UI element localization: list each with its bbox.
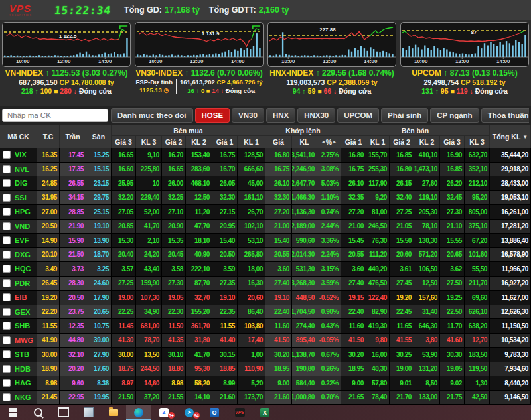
edge-browser-button[interactable]: [126, 405, 151, 420]
row-checkbox[interactable]: [3, 308, 11, 316]
total-volume-header[interactable]: Tổng KL▼: [490, 125, 531, 148]
row-checkbox[interactable]: [3, 208, 11, 216]
ticker-symbol[interactable]: HDB: [15, 365, 31, 373]
dropdown-arrow-icon[interactable]: ▼: [522, 134, 528, 140]
row-checkbox[interactable]: [3, 165, 11, 173]
row-checkbox[interactable]: [3, 179, 11, 187]
zalo-app-button[interactable]: Z5+: [151, 405, 177, 420]
prev-mode-icon[interactable]: ◂: [322, 139, 325, 145]
tab-upcom[interactable]: UPCOM: [337, 108, 379, 123]
table-row-DIG[interactable]: DIG24.8526.5523.1525.951026.00468,1026.0…: [0, 176, 531, 191]
ticker-symbol[interactable]: EVF: [15, 236, 29, 244]
file-explorer-button[interactable]: [101, 405, 126, 420]
tab-hose[interactable]: HOSE: [195, 108, 230, 123]
match-group-col-giá[interactable]: Giá: [266, 136, 292, 148]
next-mode-icon[interactable]: ▸: [333, 139, 336, 145]
sell-group-col-giá1[interactable]: Giá 1: [341, 136, 366, 148]
match-group-col-kl[interactable]: KL: [292, 136, 317, 148]
row-checkbox[interactable]: [3, 322, 11, 330]
ticker-symbol[interactable]: NVL: [15, 165, 29, 173]
task-view-button[interactable]: [50, 405, 76, 420]
table-row-GEX[interactable]: GEX22.2023.7520.6522.2534,9022.30155,202…: [0, 305, 531, 320]
ticker-symbol[interactable]: HQC: [15, 265, 31, 273]
table-row-STB[interactable]: STB30.0032.1027.9030.0013,5030.1041,7030…: [0, 348, 531, 362]
table-row-MWG[interactable]: MWG41.9044.8039.0041.3078,7041.3531,8041…: [0, 334, 531, 348]
excel-app-button[interactable]: X: [252, 405, 277, 420]
sell-group-col-kl1[interactable]: KL 1: [366, 136, 390, 148]
row-checkbox[interactable]: [3, 379, 11, 387]
row-checkbox[interactable]: [3, 279, 11, 287]
taskbar-search-button[interactable]: [25, 405, 50, 420]
row-checkbox[interactable]: [3, 222, 11, 230]
table-row-EVF[interactable]: EVF14.9015.9013.9015.302,1015.3518,1015.…: [0, 234, 531, 248]
ticker-symbol[interactable]: DIG: [15, 179, 28, 187]
ticker-symbol[interactable]: NKG: [15, 393, 31, 401]
row-checkbox[interactable]: [3, 365, 11, 373]
row-checkbox[interactable]: [3, 251, 11, 259]
table-row-NKG[interactable]: NKG21.4522.9519.9521.5037,2021.5514,1021…: [0, 391, 531, 405]
table-row-VIX[interactable]: VIX16.3517.4515.2516.659,1016.70153,4016…: [0, 148, 531, 163]
buy-group-col-kl1[interactable]: KL 1: [238, 136, 266, 148]
table-row-EIB[interactable]: EIB19.2020.5017.9019.00107,3019.0532,701…: [0, 291, 531, 305]
tab-hnx[interactable]: HNX: [266, 108, 295, 123]
buy-group-col-giá2[interactable]: Giá 2: [162, 136, 186, 148]
row-checkbox[interactable]: [3, 350, 11, 358]
row-checkbox[interactable]: [3, 194, 11, 202]
table-row-HQC[interactable]: HQC3.493.733.253.5743,403.58222,103.5918…: [0, 262, 531, 277]
row-checkbox[interactable]: [3, 265, 11, 273]
buy-group-col-giá3[interactable]: Giá 3: [112, 136, 136, 148]
tab-hnx30[interactable]: HNX30: [297, 108, 335, 123]
ticker-symbol[interactable]: HPG: [15, 208, 31, 216]
sell-group-col-giá2[interactable]: Giá 2: [390, 136, 414, 148]
ticker-symbol[interactable]: EIB: [15, 293, 27, 301]
price-cell: 19.20: [390, 291, 414, 305]
buy-group-col-giá1[interactable]: Giá 1: [212, 136, 238, 148]
ticker-symbol[interactable]: SSI: [15, 194, 27, 202]
buy-group-col-kl2[interactable]: KL 2: [186, 136, 212, 148]
row-checkbox[interactable]: [3, 293, 11, 301]
table-row-PDR[interactable]: PDR26.4528.3024.6027.25159,9027.3087,702…: [0, 277, 531, 291]
table-row-HPG[interactable]: HPG27.0028.8525.1527.0552,0027.1011,2027…: [0, 205, 531, 220]
table-row-DXG[interactable]: DXG20.1021.5018.7020.4024,2020.4540,9020…: [0, 248, 531, 263]
column-header-1[interactable]: T.C: [37, 125, 60, 148]
ticker-symbol[interactable]: VIX: [15, 151, 27, 159]
outlook-app-button[interactable]: O: [202, 405, 227, 420]
row-checkbox[interactable]: [3, 151, 11, 159]
ticker-symbol[interactable]: PDR: [15, 279, 30, 287]
match-group-col-%[interactable]: ◂%▸: [317, 136, 341, 148]
ticker-symbol[interactable]: MWG: [15, 336, 33, 344]
tab-thỏa-thuận[interactable]: Thỏa thuận: [481, 108, 529, 123]
row-checkbox[interactable]: [3, 236, 11, 244]
column-header-0[interactable]: Mã CK: [0, 125, 37, 148]
column-header-2[interactable]: Trần: [60, 125, 86, 148]
tab-vn30[interactable]: VN30: [232, 108, 264, 123]
table-row-NVL[interactable]: NVL16.2517.3515.1516.60225,8016.65283,60…: [0, 163, 531, 177]
ticker-symbol[interactable]: DXG: [15, 251, 31, 259]
start-button[interactable]: [0, 405, 25, 420]
table-row-VND[interactable]: VND20.5021.9019.1020.8541,7020.9047,7020…: [0, 220, 531, 234]
table-row-HDB[interactable]: HDB18.9020.2017.6018.75244,5018.8095,301…: [0, 362, 531, 377]
vps-app-button[interactable]: VPS: [227, 405, 252, 420]
notes-app-button[interactable]: [76, 405, 101, 420]
ticker-symbol[interactable]: GEX: [15, 308, 30, 316]
search-input[interactable]: [2, 109, 108, 122]
messenger-app-button[interactable]: ➤94: [177, 405, 202, 420]
buy-group-col-kl3[interactable]: KL 3: [136, 136, 162, 148]
ticker-symbol[interactable]: SHB: [15, 322, 30, 330]
tab-danh-mục-theo-dõi[interactable]: Danh mục theo dõi: [111, 108, 193, 123]
table-row-SHB[interactable]: SHB11.5512.3510.7511.45681,0011.50361,70…: [0, 319, 531, 334]
table-row-HAG[interactable]: HAG8.989.608.368.9714,608.9858,208.995,2…: [0, 376, 531, 391]
tab-phái-sinh[interactable]: Phái sinh: [381, 108, 428, 123]
row-checkbox[interactable]: [3, 393, 11, 401]
sell-group-col-giá3[interactable]: Giá 3: [440, 136, 465, 148]
row-checkbox[interactable]: [3, 336, 11, 344]
column-header-3[interactable]: Sàn: [86, 125, 112, 148]
price-cell: 117,90: [366, 176, 390, 191]
sell-group-col-kl3[interactable]: KL 3: [465, 136, 490, 148]
tab-cp-ngành[interactable]: CP ngành: [430, 108, 479, 123]
sell-group-col-kl2[interactable]: KL 2: [414, 136, 440, 148]
ticker-symbol[interactable]: VND: [15, 222, 30, 230]
table-row-SSI[interactable]: SSI31.9534.1529.7532.20229,4032.2512,503…: [0, 191, 531, 206]
ticker-symbol[interactable]: HAG: [15, 379, 31, 387]
ticker-symbol[interactable]: STB: [15, 350, 29, 358]
